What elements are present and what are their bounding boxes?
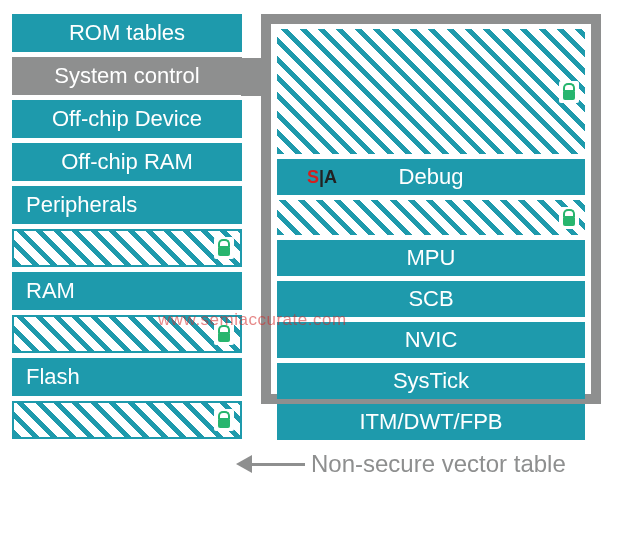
itm-dwt-fpb-block: ITM/DWT/FPB (277, 404, 585, 440)
ram-block: RAM (12, 272, 242, 310)
arrow-line (250, 463, 305, 466)
lock-icon (559, 207, 579, 229)
mpu-block: MPU (277, 240, 585, 276)
system-control-space-panel: S|A Debug MPU SCB NVIC SysTick ITM/DWT/F… (261, 14, 601, 404)
badge-s: S (307, 167, 318, 187)
memory-map-left-column: ROM tables System control Off-chip Devic… (12, 14, 242, 444)
badge-sep: | (319, 167, 323, 187)
flash-block: Flash (12, 358, 242, 396)
peripherals-block: Peripherals (12, 186, 242, 224)
debug-block: S|A Debug (277, 159, 585, 195)
scb-block: SCB (277, 281, 585, 317)
secure-peripherals-region (12, 229, 242, 267)
sa-watermark-badge: S|A (307, 168, 336, 186)
lock-icon (214, 323, 234, 345)
lock-icon (214, 237, 234, 259)
secure-flash-region (12, 401, 242, 439)
secure-debug-region-upper (277, 29, 585, 154)
secure-debug-region-lower (277, 200, 585, 235)
badge-a: A (324, 167, 336, 187)
off-chip-ram-block: Off-chip RAM (12, 143, 242, 181)
arrow-label: Non-secure vector table (311, 450, 566, 478)
systick-block: SysTick (277, 363, 585, 399)
non-secure-vector-table-pointer: Non-secure vector table (250, 450, 566, 478)
lock-icon (214, 409, 234, 431)
off-chip-device-block: Off-chip Device (12, 100, 242, 138)
system-control-connector (241, 58, 263, 96)
system-control-block: System control (12, 57, 242, 95)
arrow-left-icon (236, 455, 252, 473)
lock-icon (559, 81, 579, 103)
debug-label: Debug (399, 164, 464, 189)
secure-ram-region (12, 315, 242, 353)
nvic-block: NVIC (277, 322, 585, 358)
rom-tables-block: ROM tables (12, 14, 242, 52)
